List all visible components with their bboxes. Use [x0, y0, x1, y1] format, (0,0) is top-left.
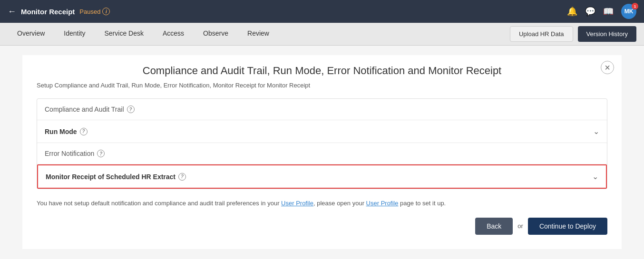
error-notification-help-icon[interactable]: ?	[97, 150, 105, 157]
nav-item-access[interactable]: Access	[153, 23, 194, 45]
avatar-badge: 1	[632, 3, 638, 10]
action-row: Back or Continue to Deploy	[37, 218, 607, 235]
top-bar-left: ← Monitor Receipt Paused i	[8, 7, 567, 17]
error-notification-text: Error Notification	[45, 150, 94, 157]
chat-icon[interactable]: 💬	[585, 6, 595, 17]
paused-label: Paused	[79, 8, 100, 15]
page-title: Compliance and Audit Trail, Run Mode, Er…	[37, 65, 607, 77]
run-mode-help-icon[interactable]: ?	[80, 128, 88, 135]
avatar-initials: MK	[624, 8, 634, 15]
close-button[interactable]: ×	[601, 61, 614, 74]
top-bar-right: 🔔 💬 📖 MK 1	[567, 4, 636, 19]
run-mode-chevron[interactable]: ⌄	[593, 127, 599, 136]
nav-item-service-desk[interactable]: Service Desk	[95, 23, 153, 45]
paused-info-icon: i	[102, 8, 110, 15]
or-label: or	[517, 222, 523, 230]
nav-item-review[interactable]: Review	[238, 23, 279, 45]
nav-item-identity[interactable]: Identity	[54, 23, 95, 45]
footer-note: You have not setup default notification …	[37, 199, 607, 208]
paused-badge: Paused i	[79, 8, 110, 15]
user-profile-link-2[interactable]: User Profile	[366, 200, 399, 207]
nav-items: Overview Identity Service Desk Access Ob…	[8, 23, 510, 45]
bell-icon[interactable]: 🔔	[567, 6, 577, 17]
monitor-receipt-chevron[interactable]: ⌄	[592, 172, 598, 181]
monitor-receipt-row: Monitor Receipt of Scheduled HR Extract …	[37, 164, 607, 189]
run-mode-text: Run Mode	[45, 128, 77, 135]
main-content: × Compliance and Audit Trail, Run Mode, …	[22, 55, 622, 249]
monitor-receipt-help-icon[interactable]: ?	[178, 173, 186, 181]
compliance-audit-trail-row: Compliance and Audit Trail ?	[37, 99, 607, 120]
version-history-button[interactable]: Version History	[578, 26, 636, 42]
back-icon[interactable]: ←	[8, 7, 16, 17]
page-subtitle: Setup Compliance and Audit Trail, Run Mo…	[37, 82, 607, 89]
run-mode-label: Run Mode ?	[45, 128, 593, 135]
error-notification-label: Error Notification ?	[45, 150, 599, 157]
compliance-audit-trail-label: Compliance and Audit Trail ?	[45, 106, 599, 113]
user-profile-link-1[interactable]: User Profile	[281, 200, 313, 207]
settings-card: Compliance and Audit Trail ? Run Mode ? …	[37, 98, 607, 189]
nav-item-overview[interactable]: Overview	[8, 23, 54, 45]
footer-note-middle: , please open your	[313, 200, 366, 207]
monitor-receipt-text: Monitor Receipt of Scheduled HR Extract	[46, 173, 176, 181]
upload-hr-data-button[interactable]: Upload HR Data	[510, 26, 573, 42]
error-notification-row: Error Notification ?	[37, 143, 607, 164]
run-mode-row: Run Mode ? ⌄	[37, 120, 607, 143]
footer-note-after: page to set it up.	[399, 200, 446, 207]
avatar[interactable]: MK 1	[621, 4, 636, 19]
compliance-audit-trail-text: Compliance and Audit Trail	[45, 106, 124, 113]
app-title: Monitor Receipt	[21, 8, 75, 16]
book-icon[interactable]: 📖	[603, 6, 614, 17]
back-button[interactable]: Back	[475, 218, 513, 235]
nav-right: Upload HR Data Version History	[510, 26, 636, 42]
continue-to-deploy-button[interactable]: Continue to Deploy	[528, 218, 607, 235]
secondary-nav: Overview Identity Service Desk Access Ob…	[0, 23, 644, 46]
top-bar: ← Monitor Receipt Paused i 🔔 💬 📖 MK 1	[0, 0, 644, 23]
monitor-receipt-label: Monitor Receipt of Scheduled HR Extract …	[46, 173, 592, 181]
compliance-help-icon[interactable]: ?	[127, 106, 135, 113]
footer-note-before: You have not setup default notification …	[37, 200, 281, 207]
nav-item-observe[interactable]: Observe	[194, 23, 238, 45]
